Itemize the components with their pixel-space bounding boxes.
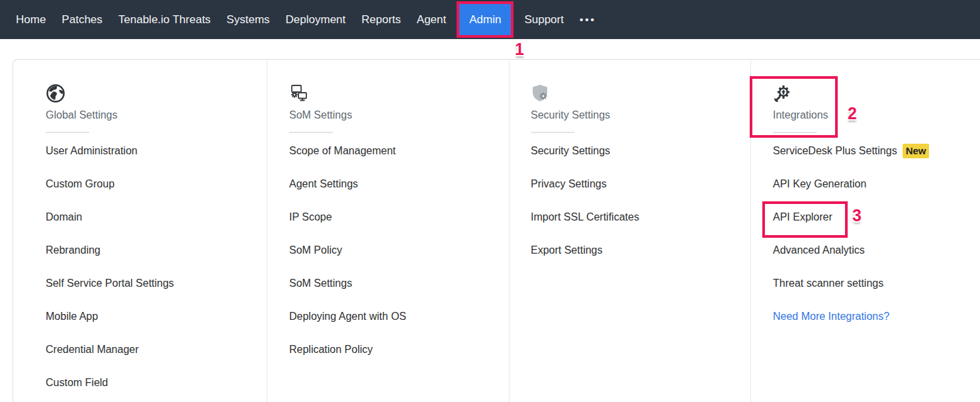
nav-item-support[interactable]: Support [524,13,564,26]
menu-item-servicedesk-plus-settings[interactable]: ServiceDesk Plus Settings New [773,134,980,168]
nav-item-deployment[interactable]: Deployment [286,13,346,26]
menu-item-label: ServiceDesk Plus Settings [773,145,897,157]
nav-item-reports[interactable]: Reports [361,13,401,26]
more-menu-icon[interactable]: ••• [580,14,596,25]
menu-item-threat-scanner-settings[interactable]: Threat scanner settings [773,267,980,300]
column-title: Security Settings [531,109,750,121]
new-badge: New [903,144,930,158]
nav-item-systems[interactable]: Systems [226,13,269,26]
title-underline [531,132,574,133]
menu-item-credential-manager[interactable]: Credential Manager [46,333,267,366]
menu-item-custom-group[interactable]: Custom Group [46,168,267,201]
gear-up-arrow-icon [773,83,793,103]
annotation-step-3: 3 [852,206,862,225]
menu-item-export-settings[interactable]: Export Settings [531,234,750,267]
nav-item-agent[interactable]: Agent [417,13,446,26]
menu-item-user-administration[interactable]: User Administration [46,134,267,168]
menu-item-domain[interactable]: Domain [46,201,267,234]
menu-item-api-key-generation[interactable]: API Key Generation [773,168,980,201]
column-som-settings: SoM Settings Scope of Management Agent S… [267,60,509,402]
menu-item-custom-field[interactable]: Custom Field [46,366,267,399]
menu-item-som-policy[interactable]: SoM Policy [289,234,509,267]
column-security-settings: Security Settings Security Settings Priv… [509,60,750,402]
monitors-gear-icon [289,83,309,103]
nav-item-tenable-io-threats[interactable]: Tenable.io Threats [118,13,211,26]
nav-item-home[interactable]: Home [16,13,46,26]
column-title: Integrations [773,109,980,121]
need-more-integrations-link[interactable]: Need More Integrations? [773,300,980,333]
menu-item-security-settings[interactable]: Security Settings [531,134,750,168]
nav-item-admin-active[interactable]: Admin [459,4,511,35]
menu-item-import-ssl-certificates[interactable]: Import SSL Certificates [531,201,750,234]
menu-item-self-service-portal-settings[interactable]: Self Service Portal Settings [46,267,267,300]
menu-list: User Administration Custom Group Domain … [46,134,267,399]
shield-gear-icon [531,83,551,103]
column-title: SoM Settings [289,109,509,121]
title-underline [289,132,333,133]
nav-item-patches[interactable]: Patches [62,13,102,26]
title-underline [773,132,817,133]
menu-item-som-settings[interactable]: SoM Settings [289,267,509,300]
column-integrations: Integrations ServiceDesk Plus Settings N… [750,60,980,402]
menu-item-advanced-analytics[interactable]: Advanced Analytics [773,234,980,267]
menu-list: Scope of Management Agent Settings IP Sc… [289,134,509,366]
title-underline [46,132,89,133]
annotation-step-2: 2 [848,104,857,123]
menu-item-deploying-agent-with-os[interactable]: Deploying Agent with OS [289,300,509,333]
column-global-settings: Global Settings User Administration Cust… [13,60,267,402]
menu-item-agent-settings[interactable]: Agent Settings [289,168,509,201]
menu-list: Security Settings Privacy Settings Impor… [531,134,750,267]
menu-item-api-explorer[interactable]: API Explorer [773,201,980,234]
menu-item-privacy-settings[interactable]: Privacy Settings [531,168,750,201]
annotation-box-admin: Admin [457,1,513,38]
menu-item-rebranding[interactable]: Rebranding [46,234,267,267]
menu-item-ip-scope[interactable]: IP Scope [289,201,509,234]
globe-icon [46,83,66,103]
menu-item-scope-of-management[interactable]: Scope of Management [289,134,509,168]
column-title: Global Settings [46,109,267,121]
menu-item-replication-policy[interactable]: Replication Policy [289,333,509,366]
top-navbar: Home Patches Tenable.io Threats Systems … [0,0,980,39]
admin-menu-panel: Global Settings User Administration Cust… [13,59,980,402]
annotation-step-1: 1 [515,40,524,59]
menu-item-mobile-app[interactable]: Mobile App [46,300,267,333]
menu-list: ServiceDesk Plus Settings New API Key Ge… [773,134,980,333]
